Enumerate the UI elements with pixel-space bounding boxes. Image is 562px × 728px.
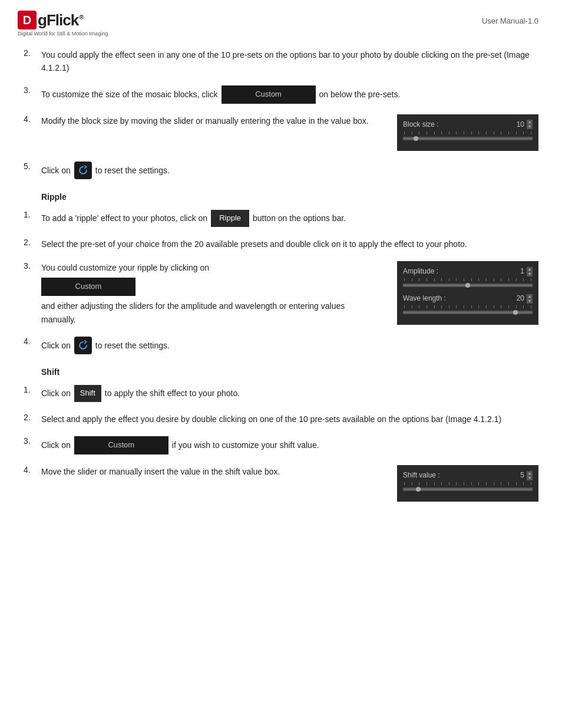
reset-icon[interactable] [74, 162, 92, 179]
wavelength-value: 20 ▲ ▼ [517, 293, 533, 304]
slider-ticks [403, 305, 533, 308]
text-after: and either adjusting the sliders for the… [41, 301, 345, 324]
text-before: To add a 'ripple' effect to your photos,… [41, 212, 207, 225]
spin-up[interactable]: ▲ [527, 294, 533, 299]
list-body: You could apply the effect seen in any o… [41, 48, 538, 75]
text-after: on below the pre-sets. [319, 88, 401, 101]
text-before: Click on [41, 439, 71, 452]
amplitude-value: 1 ▲ ▼ [520, 266, 533, 277]
shift-value-thumb[interactable] [416, 487, 421, 492]
slider-thumb[interactable] [414, 136, 418, 141]
page-header: D gFlick® Digital World for Still & Moti… [0, 0, 562, 42]
list-num: 2. [24, 413, 41, 422]
block-size-slider-panel: Block size : 10 ▲ ▼ [397, 114, 538, 151]
list-num: 2. [24, 238, 41, 247]
spin-down[interactable]: ▼ [527, 476, 533, 480]
list-item: 1. Click on Shift to apply the shift eff… [24, 385, 538, 402]
item-text: Move the slider or manually insert the v… [41, 465, 385, 478]
slider-ticks [403, 278, 533, 281]
list-num: 3. [24, 261, 41, 271]
shift-value-track[interactable] [403, 487, 533, 491]
spin-buttons[interactable]: ▲ ▼ [527, 120, 533, 129]
list-item: 3. Click on Custom if you wish to custom… [24, 436, 538, 454]
list-body: Click on to reset the settings. [41, 162, 538, 179]
list-num: 1. [24, 210, 41, 219]
list-item: 4. Move the slider or manually insert th… [24, 465, 538, 502]
list-item: 3. To customize the size of the mosaic b… [24, 85, 538, 104]
wavelength-spin[interactable]: ▲ ▼ [527, 294, 533, 304]
text-before: To customize the size of the mosaic bloc… [41, 88, 218, 101]
amplitude-spin[interactable]: ▲ ▼ [527, 267, 533, 276]
custom-button-shift[interactable]: Custom [74, 436, 168, 454]
list-body: To add a 'ripple' effect to your photos,… [41, 210, 538, 227]
slider-value: 10 ▲ ▼ [517, 119, 533, 130]
logo-text: gFlick® [38, 11, 83, 29]
list-item: 2. You could apply the effect seen in an… [24, 48, 538, 75]
section-header-shift: Shift [41, 367, 538, 377]
text-before: Click on [41, 387, 71, 400]
wavelength-track[interactable] [403, 311, 533, 314]
amplitude-track[interactable] [403, 284, 533, 287]
spin-down[interactable]: ▼ [527, 272, 533, 276]
custom-button-ripple[interactable]: Custom [41, 278, 135, 296]
list-item: 3. You could customize your ripple by cl… [24, 261, 538, 326]
spin-up[interactable]: ▲ [527, 267, 533, 272]
logo-area: D gFlick® Digital World for Still & Moti… [18, 11, 108, 37]
wavelength-thumb[interactable] [513, 310, 518, 315]
text-after: to reset the settings. [95, 164, 170, 177]
amplitude-thumb[interactable] [465, 283, 470, 288]
shift-spin[interactable]: ▲ ▼ [527, 471, 533, 480]
text-before: Click on [41, 339, 71, 352]
custom-button-mosaic[interactable]: Custom [222, 85, 316, 104]
list-num: 1. [24, 385, 41, 394]
list-num: 2. [24, 48, 41, 58]
text-before: You could customize your ripple by click… [41, 263, 209, 272]
slider-track[interactable] [403, 137, 533, 140]
list-body: You could customize your ripple by click… [41, 261, 538, 326]
list-body: Click on Custom if you wish to customize… [41, 436, 538, 454]
list-num: 4. [24, 114, 41, 124]
list-item: 1. To add a 'ripple' effect to your phot… [24, 210, 538, 227]
spin-down[interactable]: ▼ [527, 124, 533, 129]
two-col-right: Amplitude : 1 ▲ ▼ [397, 261, 538, 325]
shift-value-slider-panel: Shift value : 5 ▲ ▼ [397, 465, 538, 502]
list-num: 4. [24, 465, 41, 475]
manual-label: User Manual-1.0 [482, 17, 538, 25]
slider-ticks [403, 131, 533, 134]
list-num: 3. [24, 85, 41, 95]
list-item: 4. Modify the block size by moving the s… [24, 114, 538, 151]
item-text: Modify the block size by moving the slid… [41, 114, 385, 127]
text-before: Click on [41, 164, 71, 177]
list-body: Select and apply the effect you desire b… [41, 413, 538, 426]
list-body: Select the pre-set of your choice from t… [41, 238, 538, 251]
text-after: to apply the shift effect to your photo. [105, 387, 240, 400]
list-body: Move the slider or manually insert the v… [41, 465, 538, 502]
main-content: 2. You could apply the effect seen in an… [0, 42, 562, 530]
list-num: 3. [24, 436, 41, 446]
slider-ticks [403, 482, 533, 485]
list-item: 2. Select and apply the effect you desir… [24, 413, 538, 426]
list-item: 2. Select the pre-set of your choice fro… [24, 238, 538, 251]
list-body: To customize the size of the mosaic bloc… [41, 85, 538, 104]
ripple-button[interactable]: Ripple [211, 210, 249, 227]
spin-up[interactable]: ▲ [527, 120, 533, 124]
spin-down[interactable]: ▼ [527, 299, 533, 304]
ripple-sliders-panel: Amplitude : 1 ▲ ▼ [397, 261, 538, 325]
list-num: 5. [24, 162, 41, 171]
logo-box: D gFlick® [18, 11, 108, 29]
text-after: to reset the settings. [95, 339, 170, 352]
amplitude-label: Amplitude : [403, 266, 438, 277]
slider-label: Block size : [403, 119, 439, 130]
logo-tagline: Digital World for Still & Motion Imaging [18, 31, 108, 37]
two-col-left: You could customize your ripple by click… [41, 261, 379, 326]
shift-button[interactable]: Shift [74, 385, 101, 402]
section-header-ripple: Ripple [41, 192, 538, 202]
list-body: Modify the block size by moving the slid… [41, 114, 538, 151]
spin-up[interactable]: ▲ [527, 471, 533, 476]
reset-icon[interactable] [74, 337, 92, 354]
text-after: if you wish to customize your shift valu… [172, 439, 319, 452]
logo-d-icon: D [18, 11, 37, 29]
list-item: 4. Click on to reset the settings. [24, 337, 538, 354]
list-item: 5. Click on to reset the settings. [24, 162, 538, 179]
list-num: 4. [24, 337, 41, 346]
